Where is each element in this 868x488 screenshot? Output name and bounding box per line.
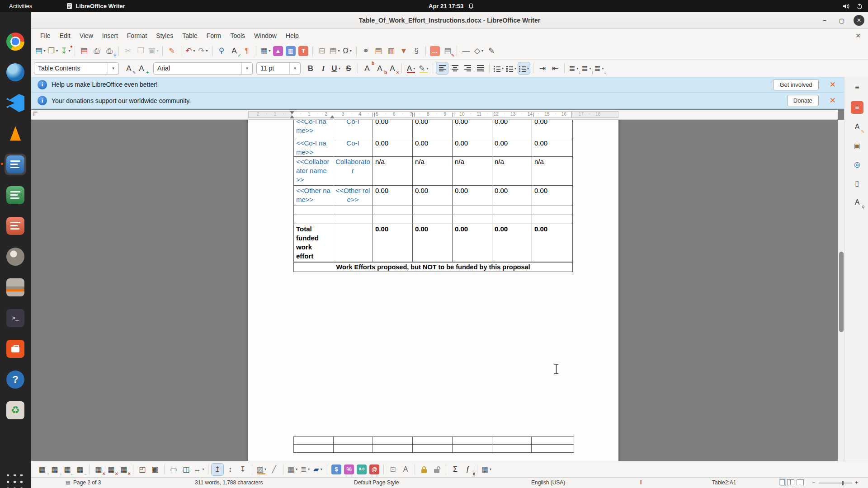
basic-shapes-icon[interactable]: ◇▾ xyxy=(473,45,485,57)
number-format-currency-icon[interactable]: $ xyxy=(331,465,341,474)
track-changes-icon[interactable]: ▤✎ xyxy=(442,45,453,57)
table-cell[interactable]: 0.00 xyxy=(453,138,492,156)
menu-styles[interactable]: Styles xyxy=(151,30,178,41)
table-cell[interactable] xyxy=(373,445,413,452)
single-page-view-icon[interactable] xyxy=(780,479,785,485)
close-infobar-icon[interactable]: ✕ xyxy=(828,96,838,105)
new-style-from-selection-icon[interactable]: A+ xyxy=(136,62,147,74)
menu-file[interactable]: File xyxy=(36,30,55,41)
properties-deck-icon[interactable]: ≡ xyxy=(851,101,863,114)
close-infobar-icon[interactable]: ✕ xyxy=(828,80,838,89)
table-cell[interactable]: 0.00 xyxy=(373,120,413,138)
insert-chart-icon[interactable]: ▥ xyxy=(286,46,296,56)
table-cell[interactable] xyxy=(373,437,413,444)
zoom-out-icon[interactable]: − xyxy=(812,479,815,486)
export-pdf-icon[interactable]: ▤ xyxy=(78,45,90,57)
align-top-icon[interactable]: ↥ xyxy=(212,464,223,475)
formula-icon[interactable]: ƒx xyxy=(462,464,474,475)
chevron-down-icon[interactable]: ▾ xyxy=(289,63,300,74)
number-format-date-icon[interactable]: @ xyxy=(369,465,379,474)
borders-icon[interactable]: ▦▾ xyxy=(287,464,298,475)
paragraph-style-select[interactable]: Table Contents ▾ xyxy=(34,62,119,75)
empty-table-fragment[interactable] xyxy=(293,436,574,453)
increase-indent-icon[interactable]: ⇥ xyxy=(537,62,548,74)
scrollbar-thumb[interactable] xyxy=(839,252,844,332)
table-cell[interactable]: 0.00 xyxy=(532,120,572,138)
table-cell[interactable]: <<Co-I name>> xyxy=(294,138,333,156)
insert-row-above-icon[interactable]: ▦↑ xyxy=(36,464,48,475)
table-footer-merged-cell[interactable]: Work Efforts proposed, but NOT to be fun… xyxy=(294,262,572,272)
insert-column-before-icon[interactable]: ▦← xyxy=(61,464,73,475)
table-cell[interactable]: 0.00 xyxy=(492,138,532,156)
table-cell[interactable] xyxy=(413,437,453,444)
dock-help[interactable]: ? xyxy=(5,369,26,390)
insert-field-icon[interactable]: ▤▾ xyxy=(329,45,340,57)
superscript-icon[interactable]: Ab xyxy=(361,62,373,74)
table-cell[interactable]: 0.00 xyxy=(373,186,413,206)
table-cell[interactable] xyxy=(492,445,532,452)
table-cell[interactable] xyxy=(532,215,572,224)
new-document-icon[interactable]: ▤▾ xyxy=(34,45,46,57)
table-cell[interactable] xyxy=(413,215,453,224)
sidebar-settings-icon[interactable]: ≡ xyxy=(851,81,863,94)
subscript-icon[interactable]: Ab xyxy=(374,62,386,74)
book-view-icon[interactable] xyxy=(797,479,804,485)
table-cell[interactable] xyxy=(413,445,453,452)
styles-deck-icon[interactable]: A✎ xyxy=(851,121,863,133)
insert-footnote-icon[interactable]: ▤ xyxy=(373,45,384,57)
language-status[interactable]: English (USA) xyxy=(531,479,565,486)
table-cell[interactable] xyxy=(294,206,333,215)
table-cell[interactable]: <<Other role>> xyxy=(333,186,373,206)
dock-vscode[interactable] xyxy=(5,92,26,114)
table-cell[interactable] xyxy=(532,437,574,444)
table-cell[interactable]: 0.00 xyxy=(492,120,532,138)
work-effort-table[interactable]: <<Co-I name>>Co-I0.000.000.000.000.00<<C… xyxy=(293,120,573,272)
dock-files[interactable] xyxy=(5,277,26,298)
menu-format[interactable]: Format xyxy=(123,30,151,41)
window-titlebar[interactable]: Table_Of_Work_Effort_Instructions.docx -… xyxy=(31,12,868,29)
align-right-icon[interactable] xyxy=(462,62,473,74)
dock-calc[interactable] xyxy=(5,184,26,206)
page-number-status[interactable]: Page 2 of 3 xyxy=(73,479,101,486)
print-icon[interactable]: ⎙ xyxy=(91,45,103,57)
donate-button[interactable]: Donate xyxy=(787,95,819,106)
autoformat-styles-icon[interactable]: ╱ xyxy=(268,464,280,475)
table-cell[interactable] xyxy=(294,437,334,444)
dock-gimp[interactable] xyxy=(5,246,26,267)
table-properties-icon[interactable]: ▦▾ xyxy=(481,464,492,475)
zoom-slider[interactable] xyxy=(819,483,852,483)
dock-chrome[interactable] xyxy=(5,31,26,52)
increase-paragraph-spacing-icon[interactable]: ≣↑▾ xyxy=(580,62,592,74)
table-cell[interactable]: 0.00 xyxy=(453,224,492,262)
insert-column-after-icon[interactable]: ▦→ xyxy=(74,464,86,475)
menu-window[interactable]: Window xyxy=(250,30,281,41)
close-button[interactable]: ✕ xyxy=(854,15,864,26)
protect-cells-icon[interactable] xyxy=(418,464,430,475)
line-spacing-icon[interactable]: ≣↕▾ xyxy=(568,62,580,74)
update-selected-style-icon[interactable]: A✎ xyxy=(123,62,135,74)
number-format-percent-icon[interactable]: % xyxy=(344,465,354,474)
first-line-indent-marker-icon[interactable] xyxy=(290,111,294,114)
page-deck-icon[interactable]: ▯ xyxy=(851,177,863,190)
dock-thunderbird[interactable] xyxy=(5,61,26,83)
multi-page-view-icon[interactable] xyxy=(787,479,794,485)
style-inspector-deck-icon[interactable]: A⚲ xyxy=(851,196,863,209)
table-cell[interactable]: <<Co-I name>> xyxy=(294,120,333,138)
dock-vlc[interactable] xyxy=(5,123,26,145)
focused-app-menu[interactable]: LibreOffice Writer xyxy=(66,3,125,9)
clear-direct-formatting-icon[interactable]: A✕ xyxy=(387,62,398,74)
table-cell[interactable] xyxy=(333,206,373,215)
ordered-list-icon[interactable]: ▾ xyxy=(505,62,517,74)
chevron-down-icon[interactable]: ▾ xyxy=(241,63,252,74)
center-vertically-icon[interactable]: ↕ xyxy=(224,464,236,475)
menu-help[interactable]: Help xyxy=(281,30,303,41)
show-draw-functions-icon[interactable]: ✎ xyxy=(486,45,497,57)
table-cell[interactable] xyxy=(532,445,574,452)
table-cell[interactable] xyxy=(492,437,532,444)
table-cell[interactable]: 0.00 xyxy=(453,120,492,138)
table-cell[interactable]: n/a xyxy=(492,157,532,185)
table-cell[interactable]: 0.00 xyxy=(532,224,572,262)
undo-icon[interactable]: ↶▾ xyxy=(184,45,196,57)
insert-special-character-icon[interactable]: Ω▾ xyxy=(341,45,353,57)
print-preview-icon[interactable]: ⎙⚲ xyxy=(104,45,115,57)
